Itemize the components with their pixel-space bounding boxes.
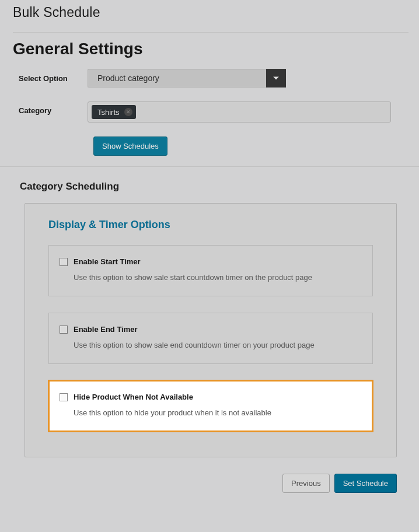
option-description: Use this option to show sale start count… [74, 273, 362, 282]
option-description: Use this option to show sale end countdo… [74, 341, 362, 349]
show-schedules-button[interactable]: Show Schedules [93, 136, 167, 156]
highlight-ring [48, 380, 373, 432]
checkbox-hide-product[interactable] [60, 393, 68, 401]
category-chip[interactable]: Tshirts ✕ [92, 105, 136, 119]
divider [13, 32, 408, 33]
select-option-label: Select Option [13, 74, 88, 83]
chevron-down-icon [266, 69, 286, 88]
display-timer-panel: Display & Timer Options Enable Start Tim… [25, 203, 397, 457]
option-description: Use this option to hide your product whe… [74, 408, 362, 417]
checkbox-enable-end-timer[interactable] [60, 326, 68, 334]
option-label: Enable Start Timer [74, 257, 141, 266]
chip-label: Tshirts [97, 108, 120, 117]
section-heading: General Settings [13, 38, 408, 69]
checkbox-enable-start-timer[interactable] [60, 258, 68, 266]
option-enable-start-timer: Enable Start Timer Use this option to sh… [48, 245, 373, 296]
panel-title: Display & Timer Options [48, 219, 373, 231]
previous-button[interactable]: Previous [282, 474, 330, 493]
page-title: Bulk Schedule [13, 0, 408, 24]
set-schedule-button[interactable]: Set Schedule [334, 474, 397, 493]
category-scheduling-title: Category Scheduling [13, 167, 408, 203]
category-input[interactable]: Tshirts ✕ [88, 102, 391, 123]
category-label: Category [13, 102, 88, 115]
select-option-dropdown[interactable]: Product category [88, 69, 286, 88]
option-enable-end-timer: Enable End Timer Use this option to show… [48, 313, 373, 364]
select-option-value: Product category [88, 69, 266, 88]
option-hide-product: Hide Product When Not Available Use this… [48, 380, 373, 432]
close-icon[interactable]: ✕ [124, 108, 132, 116]
option-label: Enable End Timer [74, 325, 138, 334]
option-label: Hide Product When Not Available [74, 393, 193, 401]
